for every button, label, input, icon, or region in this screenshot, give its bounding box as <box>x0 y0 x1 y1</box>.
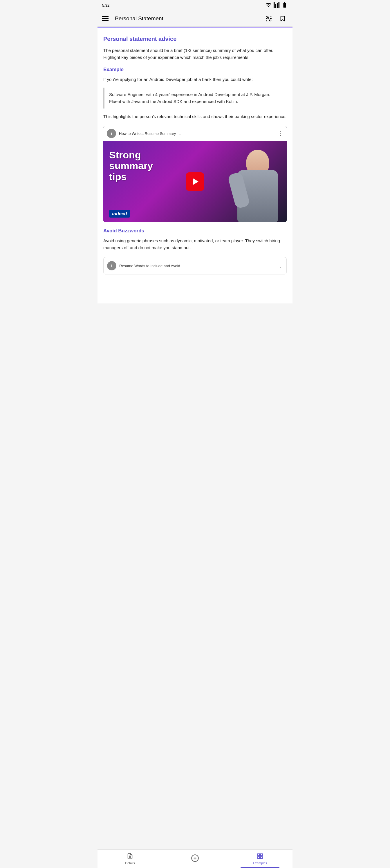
intro-text: The personal statement should be a brief… <box>103 47 287 61</box>
status-bar: 5:32 <box>97 0 293 10</box>
indeed-logo-text: indeed <box>112 211 127 216</box>
indeed-logo: indeed <box>109 210 130 218</box>
menu-button[interactable] <box>102 14 110 23</box>
video-play-button[interactable] <box>186 172 204 191</box>
app-bar-actions <box>264 13 288 24</box>
signal-icon <box>273 2 280 9</box>
blockquote-footer-text: This highlights the person's relevant te… <box>103 113 287 120</box>
scan-button[interactable] <box>264 13 274 24</box>
play-triangle <box>193 178 199 185</box>
status-icons <box>265 2 288 9</box>
app-bar-title: Personal Statement <box>115 16 264 22</box>
video-1-header: i How to Write a Resume Summary - ... ⋮ <box>103 126 287 141</box>
blockquote-text: Software Engineer with 4 years' experien… <box>109 91 282 105</box>
main-content: Personal statement advice The personal s… <box>97 28 293 304</box>
bookmark-button[interactable] <box>277 13 288 24</box>
video-2-title: Resume Words to Include and Avoid <box>119 264 275 268</box>
avoid-buzzwords-heading: Avoid Buzzwords <box>103 228 287 234</box>
video-1-info-icon: i <box>107 129 116 138</box>
example-heading: Example <box>103 67 287 72</box>
example-intro-text: If you're applying for an Android Develo… <box>103 76 287 83</box>
overlay-summary: summary <box>109 160 153 171</box>
status-time: 5:32 <box>102 3 110 7</box>
video-1-title: How to Write a Resume Summary - ... <box>119 131 182 136</box>
video-card-2[interactable]: i Resume Words to Include and Avoid ⋮ <box>103 257 287 274</box>
video-1-header-left: i How to Write a Resume Summary - ... <box>107 129 182 138</box>
main-heading: Personal statement advice <box>103 36 287 42</box>
blockquote: Software Engineer with 4 years' experien… <box>103 88 287 108</box>
app-bar: Personal Statement <box>97 10 293 27</box>
video-1-more-button[interactable]: ⋮ <box>278 130 283 137</box>
video-2-info-icon: i <box>107 261 116 270</box>
video-2-more-button[interactable]: ⋮ <box>278 262 283 269</box>
avoid-buzzwords-text: Avoid using generic phrases such as dyna… <box>103 237 287 251</box>
battery-icon <box>281 2 288 9</box>
video-overlay-text: Strong summary tips <box>109 150 153 182</box>
video-card-1[interactable]: i How to Write a Resume Summary - ... ⋮ … <box>103 126 287 222</box>
overlay-tips: tips <box>109 172 153 182</box>
wifi-icon <box>265 2 272 9</box>
overlay-strong: Strong <box>109 150 153 160</box>
video-1-thumbnail[interactable]: Strong summary tips indeed <box>103 141 287 222</box>
